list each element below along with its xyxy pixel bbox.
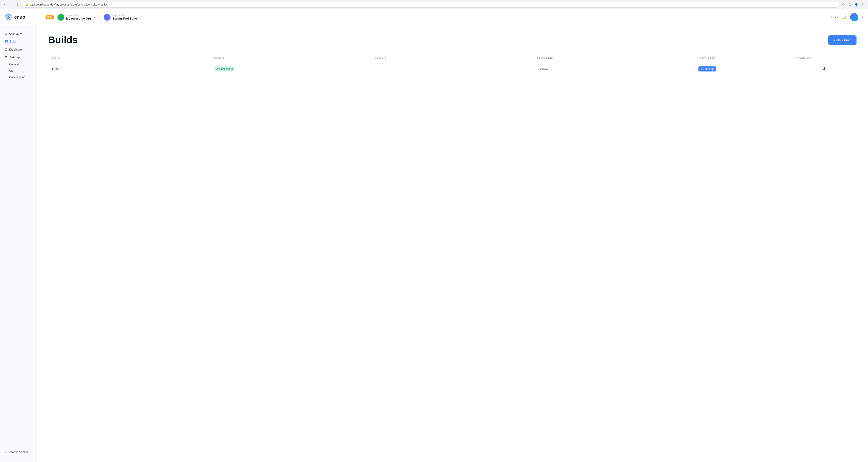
- header-right: Docs 🌙 ▾: [831, 13, 863, 21]
- user-menu-chevron-icon[interactable]: ▾: [862, 16, 863, 19]
- address-bar[interactable]: 🔒 dashboard.equo.dev/my-awesome-org/spri…: [22, 2, 839, 8]
- app-avatar: [104, 14, 111, 21]
- installers-running-badge: › Running: [699, 66, 716, 71]
- collapse-icon: «: [5, 451, 6, 454]
- settings-sub-items: General Git Code signing: [2, 61, 34, 80]
- sidebar-item-settings-label: Settings: [9, 56, 20, 59]
- org-label: Organization: [66, 14, 91, 17]
- svg-rect-2: [6, 40, 8, 41]
- col-header-download: DOWNLOAD: [792, 55, 857, 62]
- app-selector[interactable]: Application Spring Tool Suite 4 ▾: [104, 14, 143, 21]
- app-wrapper: equo Beta Organization My Awesome Org ▾ …: [0, 9, 868, 462]
- sidebar-item-overview[interactable]: ⊞ Overview: [2, 30, 34, 37]
- browser-actions: ☆ ⬡ 👤 ⋮: [841, 2, 865, 7]
- status-badge: ✓ Successful: [214, 66, 235, 71]
- menu-icon[interactable]: ⋮: [860, 2, 865, 7]
- build-number[interactable]: # 222: [52, 67, 60, 71]
- sidebar-item-distribute[interactable]: ⬡ Distribute: [2, 46, 34, 53]
- url-text: dashboard.equo.dev/my-awesome-org/spring…: [30, 3, 108, 6]
- org-selector[interactable]: Organization My Awesome Org ▾: [57, 14, 95, 21]
- collapse-sidebar-button[interactable]: « Collapse sidebar: [2, 449, 34, 455]
- app-label: Application: [112, 14, 139, 17]
- sidebar-item-distribute-label: Distribute: [9, 48, 22, 51]
- build-icon: [5, 39, 8, 43]
- distribute-icon: ⬡: [5, 48, 7, 51]
- forward-button[interactable]: →: [9, 2, 14, 7]
- svg-rect-3: [5, 41, 6, 42]
- dark-mode-button[interactable]: 🌙: [842, 15, 846, 19]
- equo-logo-icon: [5, 13, 12, 21]
- extensions-icon[interactable]: ⬡: [847, 2, 852, 7]
- logo-text: equo: [14, 14, 25, 20]
- app-name: Spring Tool Suite 4: [112, 17, 139, 20]
- lock-icon: 🔒: [25, 3, 28, 6]
- builds-table-body: # 222 ✓ Successful just now: [48, 62, 857, 76]
- running-icon: ›: [701, 67, 702, 70]
- page-header: Builds + New build: [48, 34, 857, 45]
- new-build-button[interactable]: + New build: [828, 35, 857, 45]
- sidebar-sub-item-code-signing[interactable]: Code signing: [7, 74, 34, 80]
- profile-icon[interactable]: 👤: [854, 2, 859, 7]
- org-name: My Awesome Org: [66, 17, 91, 20]
- sidebar-item-build-label: Build: [10, 40, 16, 43]
- col-header-commit: COMMIT: [372, 55, 533, 62]
- sidebar-sub-item-git[interactable]: Git: [7, 68, 34, 74]
- col-header-installers: INSTALLERS: [695, 55, 792, 62]
- sidebar-item-settings[interactable]: ⚙ Settings: [2, 54, 34, 61]
- org-chevron-icon: ▾: [94, 16, 95, 19]
- running-text: Running: [703, 67, 714, 70]
- check-icon: ✓: [216, 67, 218, 70]
- app-chevron-icon: ▾: [142, 16, 144, 19]
- sidebar-item-build[interactable]: Build: [2, 38, 34, 45]
- logo-area: equo: [5, 9, 41, 25]
- nav-separator-icon: ›: [99, 15, 100, 19]
- settings-icon: ⚙: [5, 55, 8, 59]
- download-icon: ⬇: [823, 67, 826, 71]
- header-nav: Beta Organization My Awesome Org ▾ › App…: [41, 14, 831, 21]
- sidebar-nav: ⊞ Overview Build ⬡: [0, 30, 36, 446]
- top-header: equo Beta Organization My Awesome Org ▾ …: [0, 9, 868, 25]
- reload-button[interactable]: ↻: [16, 2, 20, 7]
- back-button[interactable]: ←: [3, 2, 7, 7]
- sidebar-footer: « Collapse sidebar: [0, 446, 36, 457]
- download-button[interactable]: ⬇: [823, 66, 826, 71]
- bookmark-icon[interactable]: ☆: [841, 2, 846, 7]
- overview-icon: ⊞: [5, 32, 7, 35]
- collapse-label: Collapse sidebar: [8, 451, 28, 454]
- content-area: Builds + New build BUILD STATUS COMMIT T…: [37, 25, 868, 462]
- main-body: ⊞ Overview Build ⬡: [0, 25, 868, 462]
- table-row: # 222 ✓ Successful just now: [48, 62, 857, 76]
- browser-chrome: ← → ↻ 🔒 dashboard.equo.dev/my-awesome-or…: [0, 0, 868, 9]
- sidebar: ⊞ Overview Build ⬡: [0, 25, 37, 462]
- docs-link[interactable]: Docs: [831, 16, 838, 19]
- org-avatar: [57, 14, 64, 21]
- builds-table-header: BUILD STATUS COMMIT TRIGGERED INSTALLERS…: [48, 55, 857, 62]
- triggered-text: just now: [537, 67, 548, 71]
- sidebar-sub-item-general[interactable]: General: [7, 61, 34, 67]
- beta-badge: Beta: [46, 16, 54, 19]
- col-header-triggered: TRIGGERED: [533, 55, 695, 62]
- col-header-build: BUILD: [48, 55, 210, 62]
- col-header-status: STATUS: [210, 55, 372, 62]
- sidebar-item-overview-label: Overview: [9, 32, 22, 35]
- app-info: Application Spring Tool Suite 4: [112, 14, 139, 20]
- page-title: Builds: [48, 34, 78, 45]
- svg-rect-1: [5, 40, 6, 41]
- org-info: Organization My Awesome Org: [66, 14, 91, 20]
- svg-rect-4: [6, 41, 8, 42]
- status-text: Successful: [219, 67, 233, 70]
- user-avatar[interactable]: [850, 13, 858, 21]
- builds-table: BUILD STATUS COMMIT TRIGGERED INSTALLERS…: [48, 55, 857, 76]
